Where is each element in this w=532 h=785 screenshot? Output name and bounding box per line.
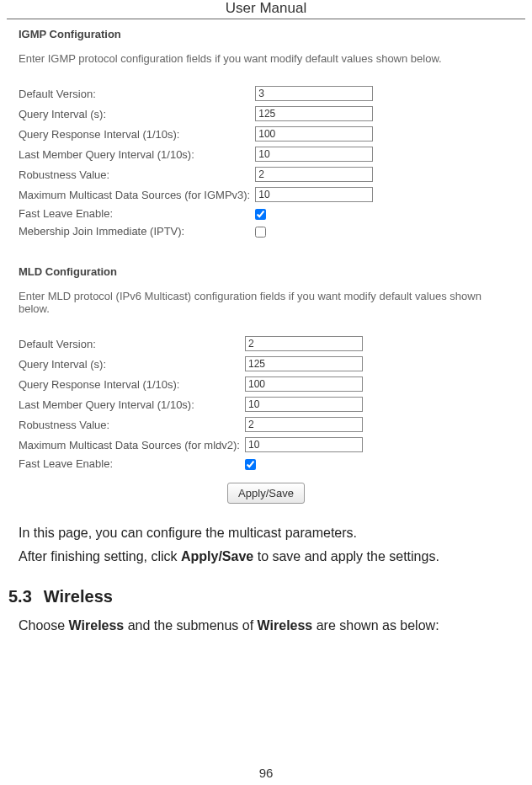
body-line-2-a: After finishing setting, click [19,549,181,563]
mld-robustness-label: Robustness Value: [19,414,245,435]
igmp-max-multicast-label: Maximum Multicast Data Sources (for IGMP… [19,184,255,205]
mld-fast-leave-label: Fast Leave Enable: [19,455,245,473]
section-text-d: Wireless [258,618,313,633]
body-text: In this page, you can configure the mult… [0,522,532,567]
section-title: Wireless [44,587,113,606]
igmp-default-version-label: Default Version: [19,83,255,104]
mld-desc: Enter MLD protocol (IPv6 Multicast) conf… [19,290,513,315]
body-line-1: In this page, you can configure the mult… [19,522,513,544]
section-text-line: Choose Wireless and the submenus of Wire… [19,615,513,637]
mld-query-response-input[interactable] [245,376,363,392]
igmp-fast-leave-label: Fast Leave Enable: [19,205,255,222]
mld-robustness-input[interactable] [245,417,363,432]
igmp-last-member-label: Last Member Query Interval (1/10s): [19,144,255,164]
igmp-query-response-label: Query Response Interval (1/10s): [19,124,255,144]
igmp-max-multicast-input[interactable] [255,187,373,202]
mld-query-interval-label: Query Interval (s): [19,354,245,374]
mld-default-version-input[interactable] [245,336,363,351]
config-panel: IGMP Configuration Enter IGMP protocol c… [0,19,532,504]
page-header: User Manual [7,0,525,19]
mld-last-member-label: Last Member Query Interval (1/10s): [19,394,245,414]
mld-query-interval-input[interactable] [245,356,363,371]
body-line-2: After finishing setting, click Apply/Sav… [19,546,513,568]
section-number: 5.3 [8,587,32,606]
igmp-membership-join-label: Mebership Join Immediate (IPTV): [19,222,255,240]
igmp-title: IGMP Configuration [19,28,513,40]
section-heading: 5.3Wireless [0,569,532,615]
igmp-membership-join-checkbox[interactable] [255,227,266,238]
mld-max-multicast-label: Maximum Multicast Data Sources (for mldv… [19,435,245,455]
section-text-a: Choose [19,618,69,633]
mld-fast-leave-checkbox[interactable] [245,459,256,470]
section-text-e: are shown as below: [312,618,439,633]
igmp-query-response-input[interactable] [255,126,373,142]
mld-title: MLD Configuration [19,265,513,278]
body-line-2-c: to save and apply the settings. [253,549,439,563]
section-text-c: and the submenus of [124,618,257,633]
igmp-fast-leave-checkbox[interactable] [255,209,266,220]
igmp-desc: Enter IGMP protocol configuration fields… [19,52,513,65]
apply-save-button[interactable]: Apply/Save [227,483,305,504]
igmp-robustness-input[interactable] [255,167,373,182]
mld-default-version-label: Default Version: [19,334,245,354]
section-text-b: Wireless [69,618,125,633]
igmp-robustness-label: Robustness Value: [19,164,255,184]
igmp-default-version-input[interactable] [255,86,373,101]
body-line-2-b: Apply/Save [181,549,253,563]
button-row: Apply/Save [19,483,513,504]
igmp-form-table: Default Version: Query Interval (s): Que… [19,83,375,240]
igmp-last-member-input[interactable] [255,147,373,162]
igmp-query-interval-label: Query Interval (s): [19,104,255,124]
mld-query-response-label: Query Response Interval (1/10s): [19,374,245,394]
mld-last-member-input[interactable] [245,397,363,412]
page-number: 96 [0,766,532,780]
section-body: Choose Wireless and the submenus of Wire… [0,615,532,637]
mld-max-multicast-input[interactable] [245,437,363,452]
mld-form-table: Default Version: Query Interval (s): Que… [19,334,364,473]
igmp-query-interval-input[interactable] [255,106,373,121]
